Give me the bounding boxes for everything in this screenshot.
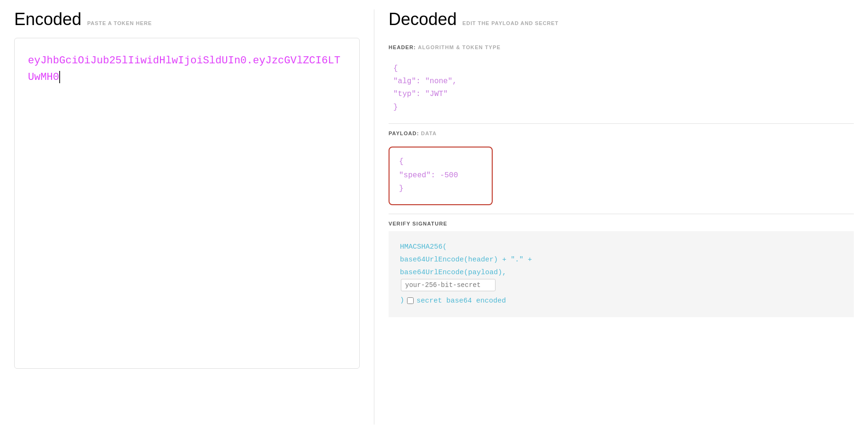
payload-label: PAYLOAD: DATA bbox=[389, 124, 854, 141]
payload-label-sub: DATA bbox=[421, 130, 437, 136]
header-json-line3: "typ": "JWT" bbox=[393, 88, 849, 101]
payload-box[interactable]: { "speed": -500 } bbox=[389, 147, 493, 205]
left-panel: Encoded PASTE A TOKEN HERE eyJhbGciOiJub… bbox=[14, 9, 374, 425]
encoded-title: Encoded bbox=[14, 9, 81, 29]
verify-paren-close: ) bbox=[400, 294, 404, 308]
verify-line1: HMACSHA256( bbox=[400, 241, 842, 253]
verify-section: HMACSHA256( base64UrlEncode(header) + ".… bbox=[389, 231, 854, 317]
payload-json-line1: { bbox=[399, 155, 482, 169]
encoded-box[interactable]: eyJhbGciOiJub25lIiwidHlwIjoiSldUIn0.eyJz… bbox=[14, 38, 360, 369]
payload-section: PAYLOAD: DATA { "speed": -500 } bbox=[389, 124, 854, 214]
header-section: HEADER: ALGORITHM & TOKEN TYPE { "alg": … bbox=[389, 38, 854, 124]
header-json-line2: "alg": "none", bbox=[393, 75, 849, 88]
token-part1: eyJhbGciOiJub25lIiwidHlwIjoiSldUIn0 bbox=[28, 55, 247, 67]
header-json: { "alg": "none", "typ": "JWT" } bbox=[389, 55, 854, 123]
header-label: HEADER: ALGORITHM & TOKEN TYPE bbox=[389, 38, 854, 55]
decoded-subtitle: EDIT THE PAYLOAD AND SECRET bbox=[462, 20, 558, 26]
token-cursor bbox=[59, 71, 60, 83]
verify-label: VERIFY SIGNATURE bbox=[389, 214, 854, 231]
payload-json-line3: } bbox=[399, 182, 482, 196]
main-layout: Encoded PASTE A TOKEN HERE eyJhbGciOiJub… bbox=[0, 0, 868, 434]
encoded-header: Encoded PASTE A TOKEN HERE bbox=[14, 9, 360, 29]
decoded-header: Decoded EDIT THE PAYLOAD AND SECRET bbox=[389, 9, 854, 29]
header-json-line1: { bbox=[393, 62, 849, 75]
verify-line2: base64UrlEncode(header) + "." + bbox=[400, 253, 842, 266]
base64-checkbox[interactable] bbox=[407, 297, 414, 304]
checkbox-row: ) secret base64 encoded bbox=[400, 294, 842, 308]
verify-code: HMACSHA256( base64UrlEncode(header) + ".… bbox=[400, 241, 842, 292]
base64-checkbox-label: secret base64 encoded bbox=[416, 297, 506, 305]
header-json-line4: } bbox=[393, 101, 849, 114]
verify-secret-row bbox=[400, 279, 842, 292]
secret-input[interactable] bbox=[401, 279, 496, 291]
verify-label-row: VERIFY SIGNATURE bbox=[389, 214, 854, 231]
payload-json-line2: "speed": -500 bbox=[399, 169, 482, 182]
header-label-sub: ALGORITHM & TOKEN TYPE bbox=[418, 44, 501, 50]
decoded-title: Decoded bbox=[389, 9, 457, 29]
token-dot: . bbox=[247, 55, 253, 67]
payload-json: { "speed": -500 } bbox=[399, 155, 482, 196]
right-panel: Decoded EDIT THE PAYLOAD AND SECRET HEAD… bbox=[374, 9, 854, 425]
encoded-text: eyJhbGciOiJub25lIiwidHlwIjoiSldUIn0.eyJz… bbox=[28, 52, 346, 86]
verify-line3: base64UrlEncode(payload), bbox=[400, 266, 842, 279]
encoded-subtitle: PASTE A TOKEN HERE bbox=[87, 20, 152, 26]
